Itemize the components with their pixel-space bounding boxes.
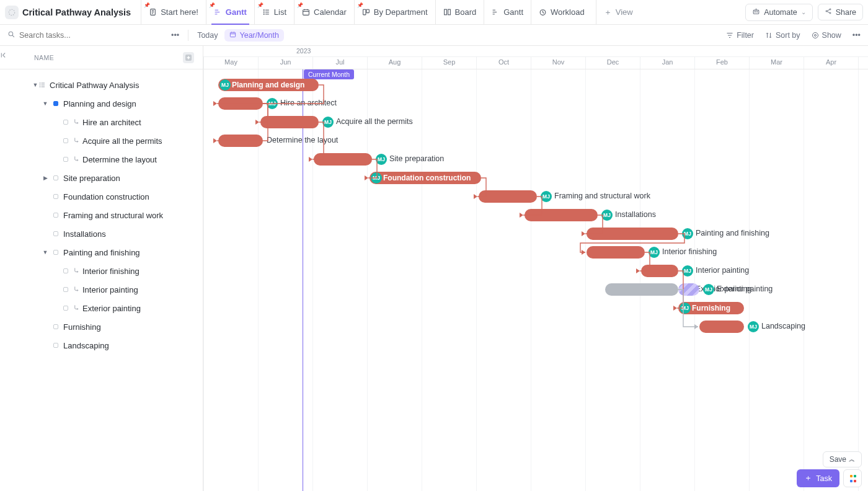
show-button[interactable]: Show: [812, 31, 841, 40]
assignee-avatar[interactable]: MJ: [748, 321, 759, 332]
tree-label: Exterior painting: [82, 304, 141, 313]
gantt-bar[interactable]: [260, 116, 319, 128]
gantt-bar[interactable]: [218, 135, 263, 147]
tree-row[interactable]: Foundation construction: [0, 187, 203, 206]
status-dot: [53, 194, 58, 199]
tab-board[interactable]: Board: [435, 0, 484, 24]
tree-row[interactable]: Interior finishing: [0, 262, 203, 280]
gantt-bar[interactable]: [641, 265, 678, 277]
status-dot: [63, 287, 68, 292]
filter-button[interactable]: Filter: [726, 31, 754, 40]
tab-list[interactable]: 📌List: [254, 0, 294, 24]
tab-workload[interactable]: Workload: [531, 0, 592, 24]
svg-rect-11: [753, 10, 759, 14]
list-icon: [38, 81, 46, 89]
tree-row[interactable]: Site preparation: [0, 169, 203, 187]
assignee-avatar[interactable]: MJ: [376, 154, 387, 165]
gantt-bar[interactable]: [587, 228, 678, 240]
tree-row[interactable]: Critical Pathway Analysis: [0, 76, 203, 94]
save-button[interactable]: Save ︽: [823, 451, 862, 467]
assignee-avatar[interactable]: MJ: [682, 265, 693, 276]
gantt-bar[interactable]: [218, 97, 263, 110]
grid-line: [312, 69, 313, 491]
status-dot: [53, 250, 58, 255]
assignee-avatar[interactable]: MJ: [267, 98, 278, 109]
collapse-sidebar-icon[interactable]: [0, 50, 10, 61]
search-box[interactable]: [7, 30, 169, 40]
gantt-bar[interactable]: MJFoundation construction: [370, 172, 481, 184]
gantt-bar[interactable]: [605, 283, 678, 296]
bar-label: Exterior painting: [717, 285, 773, 293]
svg-point-22: [40, 83, 40, 84]
workload-icon: [539, 8, 547, 16]
search-more-icon[interactable]: •••: [171, 31, 179, 40]
new-task-button[interactable]: ＋ Task: [797, 469, 839, 487]
gantt-bar[interactable]: [678, 283, 699, 296]
grid-line: [858, 69, 859, 491]
caret-icon[interactable]: [42, 175, 48, 181]
svg-point-16: [830, 12, 831, 14]
tree-row[interactable]: Framing and structural work: [0, 206, 203, 224]
share-button[interactable]: Share: [818, 4, 863, 20]
svg-rect-18: [230, 32, 235, 37]
caret-icon[interactable]: [32, 82, 38, 88]
eye-icon: [812, 32, 819, 39]
tree-row[interactable]: Painting and finishing: [0, 243, 203, 262]
month-header: Nov: [531, 57, 585, 69]
gantt-bar[interactable]: [525, 209, 598, 221]
sortby-button[interactable]: Sort by: [765, 31, 800, 40]
gantt-bar[interactable]: [699, 321, 744, 333]
svg-point-3: [264, 12, 264, 12]
assignee-avatar[interactable]: MJ: [371, 172, 382, 184]
automate-button[interactable]: Automate ⌄: [745, 4, 813, 21]
tree-row[interactable]: Acquire all the permits: [0, 131, 203, 150]
tree-row[interactable]: Exterior painting: [0, 299, 203, 317]
tree-row[interactable]: Planning and design: [0, 94, 203, 113]
caret-icon[interactable]: [42, 249, 48, 255]
tab-gantt[interactable]: 📌Gantt: [206, 0, 254, 24]
tree-label: Foundation construction: [63, 192, 149, 201]
svg-rect-6: [363, 9, 365, 15]
assignee-avatar[interactable]: MJ: [219, 79, 231, 91]
gantt-bar[interactable]: [479, 190, 537, 203]
gantt-bar[interactable]: MJFurnishing: [678, 302, 744, 314]
tree-row[interactable]: Interior painting: [0, 280, 203, 299]
apps-button[interactable]: [843, 469, 862, 487]
grid-line: [422, 69, 422, 491]
assignee-avatar[interactable]: MJ: [680, 303, 691, 314]
tree-row[interactable]: Furnishing: [0, 317, 203, 336]
month-header: M: [858, 57, 868, 69]
assignee-avatar[interactable]: MJ: [682, 228, 693, 239]
assignee-avatar[interactable]: MJ: [703, 284, 714, 295]
tab-by-department[interactable]: 📌By Department: [354, 0, 435, 24]
tab-calendar[interactable]: 📌Calendar: [294, 0, 354, 24]
add-view-button[interactable]: ＋ View: [596, 0, 640, 24]
more-icon[interactable]: •••: [852, 31, 861, 40]
add-column-button[interactable]: [183, 52, 194, 63]
tree-row[interactable]: Landscaping: [0, 336, 203, 355]
bar-label: Hire an architect: [280, 99, 337, 107]
tab-label: List: [274, 7, 286, 17]
top-bar: Critical Pathway Analysis 📌Start here!📌G…: [0, 0, 868, 25]
tree-row[interactable]: Determine the layout: [0, 150, 203, 169]
bar-label: Landscaping: [761, 322, 805, 330]
assignee-avatar[interactable]: MJ: [601, 210, 613, 221]
assignee-avatar[interactable]: MJ: [649, 247, 660, 258]
assignee-avatar[interactable]: MJ: [541, 191, 552, 202]
zoom-select[interactable]: Year/Month: [224, 29, 284, 42]
tab-start-here-[interactable]: 📌Start here!: [141, 0, 206, 24]
gantt-bar[interactable]: [587, 246, 645, 259]
gantt-timeline[interactable]: 2023 MayJunJulAugSepOctNovDecJanFebMarAp…: [203, 46, 868, 491]
gantt-bar[interactable]: MJPlanning and design: [218, 79, 319, 91]
tree-row[interactable]: Hire an architect: [0, 113, 203, 131]
task-sidebar: NAME Critical Pathway AnalysisPlanning a…: [0, 46, 203, 491]
search-input[interactable]: [19, 31, 131, 40]
tree-row[interactable]: Installations: [0, 224, 203, 243]
tab-gantt[interactable]: Gantt: [484, 0, 531, 24]
gantt-bar[interactable]: [314, 153, 372, 166]
caret-icon[interactable]: [42, 100, 48, 107]
bar-label: Interior painting: [696, 266, 749, 275]
bar-label: Determine the layout: [267, 136, 338, 144]
assignee-avatar[interactable]: MJ: [322, 117, 334, 128]
today-button[interactable]: Today: [197, 31, 218, 40]
